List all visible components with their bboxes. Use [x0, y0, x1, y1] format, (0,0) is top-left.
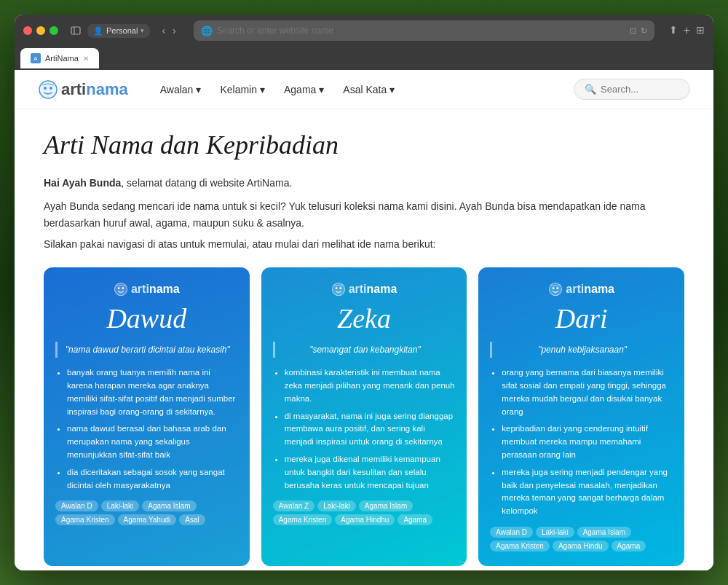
intro-paragraph-2: Ayah Bunda sedang mencari ide nama untuk…: [44, 198, 684, 231]
back-button[interactable]: ‹: [159, 23, 168, 38]
nav-asal-kata[interactable]: Asal Kata ▾: [334, 79, 403, 100]
intro-text-1: , selamat datang di website ArtiNama.: [121, 177, 292, 189]
cards-grid: artinama Dawud"nama dawud berarti dicint…: [44, 267, 684, 566]
card-tag[interactable]: Agama Hindhu: [335, 514, 395, 525]
card-bullet-item: mereka juga dikenal memiliki kemampuan u…: [285, 453, 456, 492]
card-tag[interactable]: Laki-laki: [536, 527, 574, 538]
nav-agama-dropdown-icon: ▾: [319, 84, 324, 95]
card-bullets: orang yang bernama dari biasanya memilik…: [490, 366, 673, 518]
card-tags: Awalan DLaki-lakiAgama IslamAgama Kriste…: [490, 527, 673, 551]
card-bullets: banyak orang tuanya memilih nama ini kar…: [55, 366, 238, 492]
svg-point-7: [122, 287, 124, 289]
logo-arti: arti: [61, 80, 86, 98]
card-bullets: kombinasi karakteristik ini membuat nama…: [273, 366, 456, 492]
card-tag[interactable]: Agama Islam: [359, 500, 413, 511]
card-logo: artinama: [273, 282, 456, 297]
card-logo: artinama: [55, 282, 238, 297]
logo-icon: [38, 79, 58, 100]
card-logo-icon: [331, 282, 346, 297]
card-tag[interactable]: Awalan D: [490, 527, 533, 538]
card-tag[interactable]: Laki-laki: [101, 500, 140, 511]
card-tag[interactable]: Agama: [397, 514, 432, 525]
url-icons: ⊡ ↻: [630, 26, 647, 36]
card-logo-icon: [548, 282, 563, 297]
card-tag[interactable]: Awalan Z: [273, 500, 315, 511]
refresh-icon[interactable]: ↻: [641, 26, 647, 36]
card-bullet-item: banyak orang tuanya memilih nama ini kar…: [67, 366, 238, 418]
card-bullet-item: di masyarakat, nama ini juga sering dian…: [285, 410, 456, 449]
traffic-lights: [23, 26, 58, 35]
nav-awalan[interactable]: Awalan ▾: [151, 79, 210, 100]
tab-title: ArtiNama: [45, 54, 79, 63]
card-name: Zeka: [273, 302, 456, 334]
search-icon: 🔍: [585, 84, 596, 95]
card-quote: "semangat dan kebangkitan": [273, 342, 456, 358]
new-tab-icon[interactable]: +: [684, 24, 690, 37]
toolbar-icons: [70, 25, 82, 36]
profile-label: Personal: [106, 26, 138, 35]
close-button[interactable]: [23, 26, 32, 35]
nav-awalan-dropdown-icon: ▾: [196, 84, 201, 95]
card-bullet-item: kombinasi karakteristik ini membuat nama…: [285, 366, 456, 405]
nav-kelamin-dropdown-icon: ▾: [260, 84, 265, 95]
url-bar[interactable]: 🌐 ⊡ ↻: [194, 20, 654, 41]
card-tag[interactable]: Agama Kristen: [273, 514, 333, 525]
svg-point-3: [44, 87, 47, 90]
card-tag[interactable]: Agama Islam: [142, 500, 196, 511]
profile-selector[interactable]: 👤 Personal ▾: [87, 24, 150, 38]
card-tag[interactable]: Laki-laki: [317, 500, 356, 511]
svg-point-12: [553, 287, 555, 289]
forward-button[interactable]: ›: [170, 23, 179, 38]
url-input[interactable]: [217, 25, 625, 36]
svg-point-10: [339, 287, 341, 289]
card-tag[interactable]: Agama Kristen: [490, 541, 550, 551]
card-logo: artinama: [490, 282, 673, 297]
name-card-zeka[interactable]: artinama Zeka"semangat dan kebangkitan"k…: [261, 267, 467, 566]
card-tag[interactable]: Agama Yahudi: [118, 514, 177, 525]
logo-nama: nama: [86, 80, 127, 98]
svg-rect-0: [71, 27, 80, 34]
card-tag[interactable]: Agama: [612, 541, 646, 551]
toolbar-right: ⬆ + ⊞: [669, 24, 705, 37]
nav-agama[interactable]: Agama ▾: [275, 79, 333, 100]
reader-icon: ⊡: [630, 26, 636, 36]
nav-kelamin[interactable]: Kelamin ▾: [211, 79, 274, 100]
sidebar-icon[interactable]: [70, 25, 82, 36]
active-tab[interactable]: A ArtiNama ✕: [20, 48, 99, 68]
card-tags: Awalan DLaki-lakiAgama IslamAgama Kriste…: [55, 500, 238, 525]
search-input[interactable]: [601, 84, 679, 95]
card-bullet-item: mereka juga sering menjadi pendengar yan…: [502, 466, 673, 518]
tabs-icon[interactable]: ⊞: [696, 24, 705, 37]
name-card-dari[interactable]: artinama Dari"penuh kebijaksanaan"orang …: [478, 267, 684, 566]
site-logo[interactable]: artinama: [38, 79, 128, 100]
card-tag[interactable]: Agama Kristen: [55, 514, 115, 525]
nav-search[interactable]: 🔍: [574, 79, 690, 100]
card-tag[interactable]: Awalan D: [55, 500, 98, 511]
card-tags: Awalan ZLaki-lakiAgama IslamAgama Kriste…: [273, 500, 456, 525]
tabbar: A ArtiNama ✕: [15, 47, 713, 70]
page-title: Arti Nama dan Kepribadian: [44, 130, 684, 160]
svg-point-4: [50, 87, 52, 90]
name-card-dawud[interactable]: artinama Dawud"nama dawud berarti dicint…: [44, 267, 250, 566]
titlebar: 👤 Personal ▾ ‹ › 🌐 ⊡ ↻ ⬆ + ⊞: [15, 15, 713, 47]
card-quote: "nama dawud berarti dicintai atau kekasi…: [55, 342, 238, 358]
card-logo-icon: [114, 282, 128, 297]
nav-hint: Silakan pakai navigasi di atas untuk mem…: [44, 238, 684, 250]
card-bullet-item: nama dawud berasal dari bahasa arab dan …: [67, 423, 238, 461]
card-tag[interactable]: Agama Islam: [577, 527, 631, 538]
minimize-button[interactable]: [36, 26, 45, 35]
card-tag[interactable]: Agama Hindu: [553, 541, 609, 551]
fullscreen-button[interactable]: [50, 26, 58, 35]
svg-point-9: [335, 287, 337, 289]
site-nav: artinama Awalan ▾ Kelamin ▾ Agama ▾ Asal…: [15, 70, 713, 109]
card-bullet-item: dia diceritakan sebagai sosok yang sanga…: [67, 466, 238, 492]
card-bullet-item: kepribadian dari yang cenderung intuitif…: [502, 423, 673, 461]
share-icon[interactable]: ⬆: [669, 24, 678, 37]
card-name: Dawud: [55, 302, 238, 334]
card-tag[interactable]: Asal: [179, 514, 205, 525]
tab-close-button[interactable]: ✕: [83, 55, 89, 63]
nav-arrows: ‹ ›: [159, 23, 178, 38]
card-bullet-item: orang yang bernama dari biasanya memilik…: [502, 366, 673, 418]
nav-asal-kata-dropdown-icon: ▾: [389, 84, 395, 95]
tab-favicon: A: [31, 53, 41, 63]
